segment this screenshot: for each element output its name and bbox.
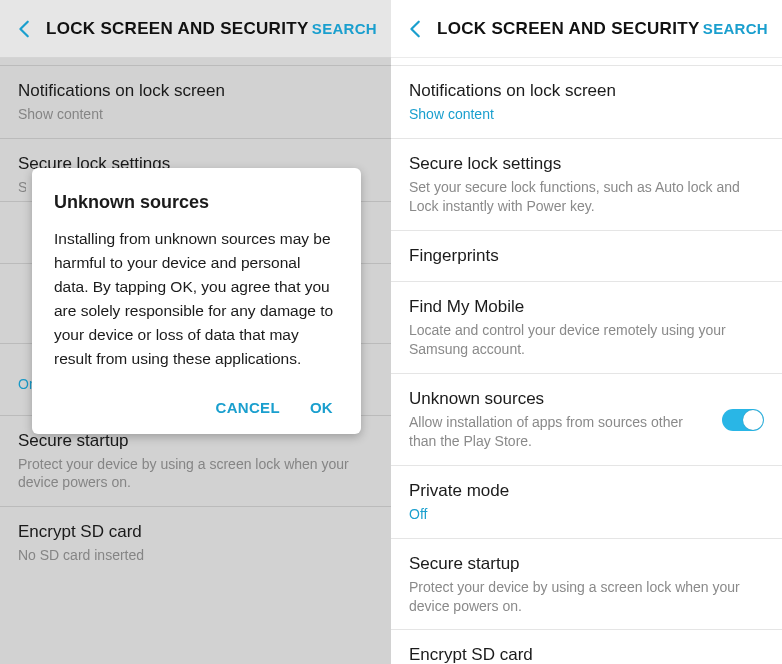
list-item-secure-lock-settings[interactable]: Secure lock settings Set your secure loc… — [391, 139, 782, 231]
item-label: Unknown sources — [409, 388, 712, 411]
item-sublabel: Show content — [409, 105, 764, 124]
dialog-body: Installing from unknown sources may be h… — [54, 227, 339, 371]
app-bar: LOCK SCREEN AND SECURITY SEARCH — [391, 0, 782, 58]
list-item-secure-startup[interactable]: Secure startup Protect your device by us… — [391, 539, 782, 631]
dialog-unknown-sources: Unknown sources Installing from unknown … — [32, 168, 361, 434]
dialog-title: Unknown sources — [54, 192, 339, 213]
app-bar: LOCK SCREEN AND SECURITY SEARCH — [0, 0, 391, 58]
page-title: LOCK SCREEN AND SECURITY — [427, 19, 703, 39]
search-button[interactable]: SEARCH — [703, 20, 768, 37]
item-label: Notifications on lock screen — [409, 80, 764, 103]
search-button[interactable]: SEARCH — [312, 20, 377, 37]
item-label: Encrypt SD card — [409, 644, 764, 664]
list-item-private-mode[interactable]: Private mode Off — [391, 466, 782, 539]
ok-button[interactable]: OK — [310, 399, 333, 416]
toggle-unknown-sources[interactable] — [722, 409, 764, 431]
list-item-find-my-mobile[interactable]: Find My Mobile Locate and control your d… — [391, 282, 782, 374]
list-item-encrypt-sd[interactable]: Encrypt SD card No SD card inserted — [391, 630, 782, 664]
pane-right: LOCK SCREEN AND SECURITY SEARCH Notifica… — [391, 0, 782, 664]
item-label: Find My Mobile — [409, 296, 764, 319]
dialog-actions: CANCEL OK — [54, 391, 339, 422]
settings-list: Notifications on lock screen Show conten… — [391, 58, 782, 664]
back-icon[interactable] — [14, 18, 36, 40]
item-label: Private mode — [409, 480, 764, 503]
item-label: Fingerprints — [409, 245, 764, 268]
toggle-knob — [743, 410, 763, 430]
pane-left: LOCK SCREEN AND SECURITY SEARCH Notifica… — [0, 0, 391, 664]
item-label: Secure lock settings — [409, 153, 764, 176]
cancel-button[interactable]: CANCEL — [216, 399, 280, 416]
item-sublabel: Allow installation of apps from sources … — [409, 413, 712, 451]
list-item-fingerprints[interactable]: Fingerprints — [391, 231, 782, 283]
item-sublabel: Set your secure lock functions, such as … — [409, 178, 764, 216]
list-item-unknown-sources[interactable]: Unknown sources Allow installation of ap… — [391, 374, 782, 466]
list-top-divider — [391, 58, 782, 66]
page-title: LOCK SCREEN AND SECURITY — [36, 19, 312, 39]
item-sublabel: Protect your device by using a screen lo… — [409, 578, 764, 616]
list-item-notifications-lockscreen[interactable]: Notifications on lock screen Show conten… — [391, 66, 782, 139]
item-sublabel: Off — [409, 505, 764, 524]
item-sublabel: Locate and control your device remotely … — [409, 321, 764, 359]
back-icon[interactable] — [405, 18, 427, 40]
item-label: Secure startup — [409, 553, 764, 576]
